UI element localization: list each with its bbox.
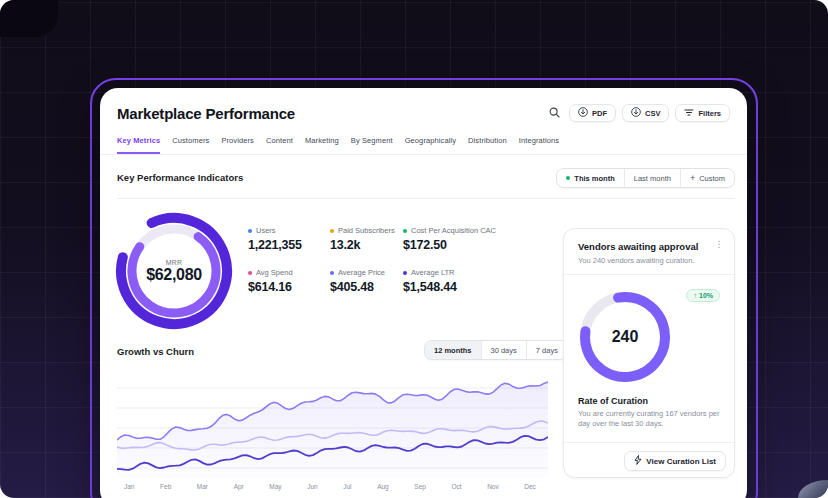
- tab-content[interactable]: Content: [266, 136, 293, 154]
- kpi-heading: Key Performance Indicators: [117, 172, 243, 183]
- metric-label: Users: [256, 226, 276, 235]
- range-this-month-label: This month: [574, 174, 614, 183]
- vendors-donut-chart: [575, 287, 675, 387]
- rate-of-curation-title: Rate of Curation: [578, 396, 648, 406]
- metric-dot: [248, 271, 252, 275]
- x-tick: Feb: [160, 483, 171, 490]
- metric-label: Cost Per Acquisition CAC: [411, 226, 496, 235]
- panel-divider: [564, 442, 734, 443]
- active-range-dot: [566, 176, 570, 180]
- metric-label: Average LTR: [411, 268, 455, 277]
- metric-cac: Cost Per Acquisition CAC $172.50: [403, 226, 543, 252]
- background-corner-decoration: [0, 0, 58, 37]
- metric-label: Avg Spend: [256, 268, 293, 277]
- range-7-days[interactable]: 7 days: [526, 341, 567, 359]
- page-title: Marketplace Performance: [117, 105, 295, 122]
- x-tick: Dec: [524, 483, 536, 490]
- arrow-up-icon: ↑: [693, 292, 697, 299]
- background-sphere-decoration: [798, 480, 828, 498]
- vendors-awaiting-approval-panel: Vendors awaiting approval ⋮ You 240 vend…: [563, 228, 735, 478]
- dashboard-card: Marketplace Performance PDF: [100, 88, 747, 498]
- download-icon: [578, 107, 588, 119]
- tab-bar: Key Metrics Customers Providers Content …: [117, 136, 747, 154]
- metric-users: Users 1,221,355: [248, 226, 330, 252]
- metric-dot: [248, 229, 252, 233]
- tab-key-metrics[interactable]: Key Metrics: [117, 136, 160, 154]
- metric-label: Paid Subscribers: [338, 226, 395, 235]
- tab-integrations[interactable]: Integrations: [519, 136, 559, 154]
- metric-dot: [403, 229, 407, 233]
- growth-heading: Growth vs Churn: [117, 346, 194, 357]
- growth-badge: ↑ 10%: [686, 289, 720, 302]
- range-custom-label: Custom: [699, 174, 725, 183]
- search-button[interactable]: [545, 104, 563, 122]
- tab-providers[interactable]: Providers: [221, 136, 254, 154]
- tab-customers[interactable]: Customers: [172, 136, 209, 154]
- metric-avg-spend: Avg Spend $614.16: [248, 268, 330, 294]
- metric-label: Average Price: [338, 268, 385, 277]
- range-30-days-label: 30 days: [491, 346, 517, 355]
- x-tick: Mar: [197, 483, 208, 490]
- x-tick: Apr: [234, 483, 244, 490]
- metric-paid-subscribers: Paid Subscribers 13.2k: [330, 226, 403, 252]
- x-tick: Oct: [451, 483, 461, 490]
- chart-x-axis: Jan Feb Mar Apr May Jun Jul Aug Sep Oct …: [124, 483, 536, 490]
- metric-dot: [330, 271, 334, 275]
- csv-export-button[interactable]: CSV: [622, 104, 669, 122]
- range-12-months-label: 12 months: [434, 346, 472, 355]
- range-last-month-label: Last month: [634, 174, 671, 183]
- tab-by-segment[interactable]: By Segment: [351, 136, 393, 154]
- rate-of-curation-text: You are currently curating 167 vendors p…: [578, 409, 724, 429]
- x-tick: Jun: [307, 483, 317, 490]
- view-curation-list-button[interactable]: View Curation List: [624, 451, 726, 471]
- metric-average-price: Average Price $405.48: [330, 268, 403, 294]
- kebab-menu-button[interactable]: ⋮: [712, 237, 726, 251]
- kpi-range-selector: This month Last month + Custom: [556, 168, 735, 188]
- vendors-panel-subtitle: You 240 vendors awaiting curation.: [578, 256, 694, 265]
- x-tick: Jan: [124, 483, 134, 490]
- range-custom[interactable]: + Custom: [680, 169, 734, 187]
- tab-geographically[interactable]: Geographically: [405, 136, 456, 154]
- pdf-button-label: PDF: [592, 109, 607, 118]
- x-tick: May: [269, 483, 281, 490]
- mrr-donut-chart: [114, 211, 234, 331]
- header: Marketplace Performance PDF: [117, 98, 730, 128]
- x-tick: Jul: [343, 483, 351, 490]
- range-7-days-label: 7 days: [536, 346, 558, 355]
- metric-value: 13.2k: [330, 238, 403, 252]
- panel-divider: [564, 274, 734, 275]
- range-30-days[interactable]: 30 days: [481, 341, 526, 359]
- metric-average-ltr: Average LTR $1,548.44: [403, 268, 543, 294]
- kpi-divider: [117, 198, 735, 199]
- tab-marketing[interactable]: Marketing: [305, 136, 339, 154]
- metric-value: $405.48: [330, 280, 403, 294]
- header-actions: PDF CSV Filters: [545, 104, 730, 122]
- growth-badge-value: 10%: [699, 292, 713, 299]
- x-tick: Aug: [377, 483, 389, 490]
- lightning-icon: [634, 455, 642, 467]
- range-last-month[interactable]: Last month: [624, 169, 680, 187]
- metric-value: $1,548.44: [403, 280, 543, 294]
- range-this-month[interactable]: This month: [557, 169, 623, 187]
- range-12-months[interactable]: 12 months: [425, 341, 481, 359]
- csv-button-label: CSV: [645, 109, 660, 118]
- x-tick: Nov: [487, 483, 499, 490]
- filters-button-label: Filters: [698, 109, 721, 118]
- metric-value: 1,221,355: [248, 238, 330, 252]
- kpi-metrics-grid: Users 1,221,355 Paid Subscribers 13.2k C…: [248, 226, 543, 294]
- screenshot-stage: Marketplace Performance PDF: [0, 0, 828, 498]
- download-icon: [631, 107, 641, 119]
- metric-dot: [403, 271, 407, 275]
- filters-button[interactable]: Filters: [675, 104, 730, 122]
- metric-value: $614.16: [248, 280, 330, 294]
- tabs-divider: [100, 154, 747, 155]
- view-curation-list-label: View Curation List: [646, 457, 716, 466]
- growth-vs-churn-chart: [117, 378, 548, 478]
- pdf-export-button[interactable]: PDF: [569, 104, 616, 122]
- metric-dot: [330, 229, 334, 233]
- filter-icon: [684, 108, 694, 119]
- vendors-panel-title: Vendors awaiting approval: [578, 241, 698, 252]
- search-icon: [549, 106, 560, 121]
- metric-value: $172.50: [403, 238, 543, 252]
- tab-distribution[interactable]: Distribution: [468, 136, 507, 154]
